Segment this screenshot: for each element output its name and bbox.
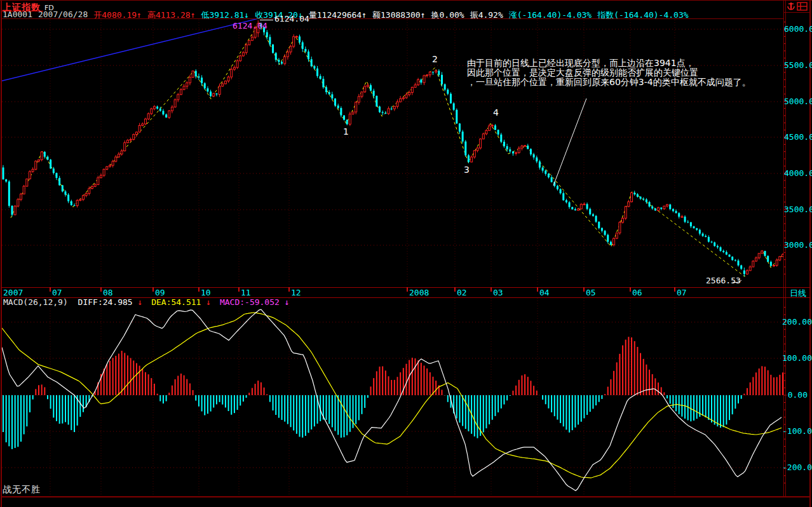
diff-value: DIFF:24.985 xyxy=(78,297,133,307)
quote-info-bar: 1A00012007/06/28开4080.19↑高4113.28↑低3912.… xyxy=(3,10,689,21)
quote-field-7: 额13088300↑ xyxy=(372,10,425,21)
quote-field-1: 2007/06/28 xyxy=(38,10,88,21)
dea-value: DEA:54.511 xyxy=(151,297,201,307)
price-axis-label-3000: 3000.0 xyxy=(784,240,809,250)
macd-chart[interactable] xyxy=(2,298,783,496)
annotation-line-2: 因此那个位置，是决定大盘反弹的级别能否扩展的关键位置 xyxy=(467,68,785,78)
price-axis-label-5000: 5000.0 xyxy=(784,97,809,106)
time-axis-tick xyxy=(454,287,456,292)
macd-indicator-header: MACD(26,12,9) DIFF:24.985 ↓ DEA:54.511 ↓… xyxy=(3,297,290,307)
diff-arrow: ↓ xyxy=(138,297,143,307)
macd-axis-label-0.00: 0.00 xyxy=(782,390,808,400)
time-axis-label-10: 10 xyxy=(201,288,211,297)
price-axis-label-5500: 5500.0 xyxy=(784,60,809,70)
macd-axis-label-200.00: 200.00 xyxy=(782,317,808,327)
low-price-label: 2566.53 xyxy=(706,276,741,285)
frame-top xyxy=(0,0,812,1)
swing-label-2: 2 xyxy=(432,54,438,64)
period-label[interactable]: 日线 xyxy=(790,288,806,299)
time-axis-label-04: 04 xyxy=(539,288,550,297)
quote-field-4: 低3912.81↓ xyxy=(201,10,250,21)
high-price-label-magenta: 6124.04 xyxy=(233,21,267,30)
time-axis-label-03: 03 xyxy=(493,288,503,297)
time-axis-tick xyxy=(674,287,675,292)
anchor-icon[interactable] xyxy=(788,3,794,10)
high-price-label-white: 6124.04 xyxy=(274,14,309,24)
time-axis-label-2008: 2008 xyxy=(409,288,429,297)
time-axis-tick xyxy=(491,287,492,292)
window-grid-icon[interactable] xyxy=(797,3,807,10)
icon-box-divider xyxy=(783,12,811,13)
timeaxis-top-line xyxy=(1,287,811,288)
quote-field-6: 量112429664↑ xyxy=(309,10,367,21)
time-axis-tick xyxy=(537,287,538,292)
candlestick-chart[interactable] xyxy=(0,14,784,287)
quote-field-2: 开4080.19↑ xyxy=(93,10,142,21)
macd-params-label[interactable]: MACD(26,12,9) xyxy=(3,297,68,307)
macd-axis-label-100.00: 100.00 xyxy=(782,353,808,363)
high-pointer-dash xyxy=(260,20,273,20)
dea-arrow: ↓ xyxy=(206,297,211,307)
time-axis-label-02: 02 xyxy=(457,288,467,297)
watermark-text: 战无不胜 xyxy=(3,484,41,496)
swing-label-4: 4 xyxy=(493,107,499,118)
quote-field-3: 高4113.28↑ xyxy=(147,10,196,21)
time-axis-label-05: 05 xyxy=(586,288,596,297)
frame-left xyxy=(1,0,2,507)
time-axis-label-07: 07 xyxy=(677,288,687,297)
quote-field-8: 换0.00% xyxy=(431,10,464,21)
annotation-line-1: 由于目前的日线上已经出现底分型，而上边沿在3941点， xyxy=(467,58,785,68)
swing-label-1: 1 xyxy=(343,126,349,137)
macd-axis-label--200.0: -200.0 xyxy=(782,463,808,472)
time-axis-tick xyxy=(198,287,200,292)
time-axis-label-11: 11 xyxy=(241,288,251,297)
time-axis-tick xyxy=(152,287,154,292)
macd-value: MACD:-59.052 xyxy=(220,297,280,307)
time-axis-tick xyxy=(50,287,51,292)
price-axis-label-4000: 4000.0 xyxy=(784,168,809,178)
macd-arrow: ↓ xyxy=(285,297,290,307)
header-divider xyxy=(1,18,783,19)
price-axis-label-6000: 6000.0 xyxy=(784,24,809,34)
annotation-line-3: ，一旦站住那个位置，重新回到原来60分钟3-4的类中枢就不成问题了。 xyxy=(467,78,785,87)
time-axis-label-07: 07 xyxy=(52,288,62,297)
header-icons xyxy=(787,1,809,12)
price-axis-label-4500: 4500.0 xyxy=(784,132,809,142)
time-axis-tick xyxy=(583,287,585,292)
time-axis-label-2007: 2007 xyxy=(3,288,23,297)
time-axis-tick xyxy=(288,287,290,292)
stock-app-window: 上证指数FD 1A00012007/06/28开4080.19↑高4113.28… xyxy=(0,0,812,507)
quote-field-11: 指数(-164.40)-4.03% xyxy=(597,10,688,21)
macd-axis-label--100.0: -100.0 xyxy=(782,426,808,436)
time-axis-label-12: 12 xyxy=(291,288,301,297)
bottom-divider xyxy=(1,496,811,497)
time-axis-label-09: 09 xyxy=(155,288,165,297)
quote-field-0: 1A0001 xyxy=(3,10,32,21)
time-axis-label-08: 08 xyxy=(103,288,113,297)
quote-field-9: 振4.92% xyxy=(470,10,503,21)
chart-annotation: 由于目前的日线上已经出现底分型，而上边沿在3941点，因此那个位置，是决定大盘反… xyxy=(467,58,785,87)
time-axis-tick xyxy=(407,287,408,292)
time-axis-tick xyxy=(100,287,102,292)
time-axis-tick xyxy=(630,287,631,292)
price-axis-label-3500: 3500.0 xyxy=(784,205,809,214)
time-axis-tick xyxy=(238,287,240,292)
time-axis-label-06: 06 xyxy=(632,288,642,297)
quote-field-10: 涨(-164.40)-4.03% xyxy=(509,10,592,21)
swing-label-3: 3 xyxy=(464,165,470,175)
